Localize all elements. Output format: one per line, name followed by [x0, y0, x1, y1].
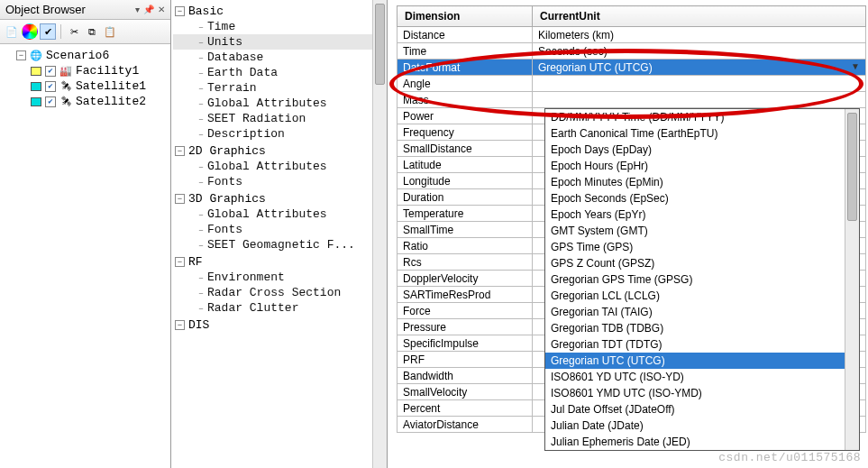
dropdown-option[interactable]: Epoch Minutes (EpMin) [545, 174, 859, 190]
property-item[interactable]: –Database [173, 50, 385, 65]
dropdown-option[interactable]: Gregorian LCL (LCLG) [545, 288, 859, 304]
close-icon[interactable]: ✕ [158, 5, 165, 14]
unit-cell[interactable] [533, 76, 866, 92]
unit-cell[interactable]: Seconds (sec) [533, 43, 866, 60]
checkbox[interactable]: ✔ [45, 66, 56, 77]
dropdown-option[interactable]: Julian Ephemeris Date (JED) [545, 434, 859, 450]
dropdown-option[interactable]: Gregorian GPS Time (GPSG) [545, 271, 859, 288]
dropdown-option[interactable]: Epoch Hours (EpHr) [545, 158, 859, 174]
dropdown-icon[interactable]: ▾ [135, 5, 140, 14]
expander-icon[interactable]: − [175, 320, 185, 330]
unit-cell[interactable]: Kilometers (km) [533, 27, 866, 43]
property-group-label: Basic [188, 5, 224, 18]
column-header-dimension[interactable]: Dimension [397, 6, 533, 27]
property-item[interactable]: –Environment [173, 270, 385, 285]
dropdown-option[interactable]: Epoch Years (EpYr) [545, 206, 859, 223]
dropdown-option[interactable]: GPS Z Count (GPSZ) [545, 255, 859, 271]
property-item[interactable]: –Description [173, 126, 385, 142]
dropdown-option[interactable]: Julian LCL (LCLJ) [545, 450, 859, 451]
unit-cell[interactable] [533, 92, 866, 108]
property-item[interactable]: –Global Attributes [173, 206, 385, 222]
dropdown-option[interactable]: Gregorian TDT (TDTG) [545, 336, 859, 353]
property-item[interactable]: –Terrain [173, 80, 385, 96]
column-header-currentunit[interactable]: CurrentUnit [533, 6, 866, 27]
dropdown-option[interactable]: GPS Time (GPS) [545, 239, 859, 255]
panel-title: Object Browser [5, 3, 86, 16]
property-item[interactable]: –Global Attributes [173, 96, 385, 111]
dimension-cell: DopplerVelocity [397, 271, 533, 287]
dropdown-option[interactable]: Julian Date (JDate) [545, 418, 859, 434]
table-row[interactable]: Angle [397, 76, 866, 92]
pin-icon[interactable]: 📌 [143, 5, 154, 14]
object-tree: − 🌐 Scenario6 ✔ 🏭 Facility1 ✔ 🛰 Satellit… [0, 44, 170, 468]
property-item[interactable]: –Radar Clutter [173, 300, 385, 316]
property-group-label: 3D Graphics [188, 192, 266, 206]
tree-item[interactable]: ✔ 🏭 Facility1 [2, 63, 169, 78]
copy-icon[interactable]: ⧉ [84, 23, 100, 40]
property-group-header[interactable]: −Basic [173, 4, 385, 19]
table-row[interactable]: Mass [397, 92, 866, 108]
tree-item[interactable]: ✔ 🛰 Satellite1 [2, 78, 169, 94]
expander-icon[interactable]: − [175, 6, 185, 16]
property-item[interactable]: –Earth Data [173, 65, 385, 80]
dimension-cell: Time [397, 43, 533, 60]
property-item[interactable]: –Time [173, 19, 385, 34]
cut-icon[interactable]: ✂ [66, 23, 82, 40]
tree-item[interactable]: ✔ 🛰 Satellite2 [2, 94, 169, 109]
scenario-icon: 🌐 [30, 50, 42, 62]
dropdown-option[interactable]: GMT System (GMT) [545, 223, 859, 239]
check-icon[interactable]: ✔ [40, 23, 56, 40]
property-item[interactable]: –Global Attributes [173, 159, 385, 174]
object-icon: 🏭 [59, 65, 72, 78]
color-icon[interactable] [22, 23, 38, 40]
paste-icon[interactable]: 📋 [102, 23, 118, 40]
tree-root-label: Scenario6 [46, 49, 109, 62]
tree-root[interactable]: − 🌐 Scenario6 [2, 48, 169, 63]
dropdown-option[interactable]: ISO8601 YD UTC (ISO-YD) [545, 369, 859, 385]
panel-header: Object Browser ▾ 📌 ✕ [0, 0, 170, 20]
new-icon[interactable]: 📄 [4, 23, 20, 40]
property-item[interactable]: –Fonts [173, 174, 385, 189]
dropdown-option[interactable]: Epoch Days (EpDay) [545, 142, 859, 158]
property-group-header[interactable]: −RF [173, 254, 385, 270]
property-item[interactable]: –Radar Cross Section [173, 285, 385, 300]
checkbox[interactable]: ✔ [45, 81, 56, 92]
unit-cell[interactable]: Gregorian UTC (UTCG)▼ [533, 60, 866, 76]
chevron-down-icon[interactable]: ▼ [851, 61, 860, 71]
dropdown-option[interactable]: DD/MM/YYYY Time (DD/MM/YYYY) [545, 109, 859, 125]
property-item[interactable]: –Units [173, 34, 385, 50]
scrollbar[interactable] [372, 0, 387, 468]
object-icon: 🛰 [59, 80, 72, 93]
dropdown-option[interactable]: Jul Date Offset (JDateOff) [545, 401, 859, 418]
expander-icon[interactable]: − [175, 146, 185, 156]
dimension-cell: Latitude [397, 157, 533, 173]
dropdown-option[interactable]: Epoch Seconds (EpSec) [545, 190, 859, 206]
dropdown-option[interactable]: ISO8601 YMD UTC (ISO-YMD) [545, 385, 859, 401]
property-item[interactable]: –SEET Geomagnetic F... [173, 237, 385, 252]
property-item[interactable]: –SEET Radiation [173, 111, 385, 126]
checkbox[interactable]: ✔ [45, 96, 56, 107]
dropdown-option[interactable]: Gregorian TAI (TAIG) [545, 304, 859, 320]
property-group-header[interactable]: −DIS [173, 317, 385, 333]
dimension-cell: Rcs [397, 254, 533, 271]
table-row[interactable]: TimeSeconds (sec) [397, 43, 866, 60]
dropdown-option[interactable]: Earth Canonical Time (EarthEpTU) [545, 125, 859, 142]
table-row[interactable]: DistanceKilometers (km) [397, 27, 866, 43]
property-item[interactable]: –Fonts [173, 222, 385, 237]
dropdown-option[interactable]: Gregorian TDB (TDBG) [545, 320, 859, 336]
property-group-header[interactable]: −3D Graphics [173, 191, 385, 206]
table-row[interactable]: DateFormatGregorian UTC (UTCG)▼ [397, 60, 866, 76]
expander-icon[interactable]: − [175, 257, 185, 267]
dropdown-option[interactable]: Gregorian UTC (UTCG) [545, 353, 859, 369]
dimension-cell: SARTimeResProd [397, 287, 533, 303]
property-group-label: RF [188, 255, 203, 269]
color-swatch [31, 67, 41, 76]
property-group-header[interactable]: −2D Graphics [173, 143, 385, 159]
expander-icon[interactable]: − [16, 50, 26, 60]
dimension-cell: SmallTime [397, 222, 533, 238]
object-browser-toolbar: 📄 ✔ ✂ ⧉ 📋 [0, 20, 170, 44]
dropdown-scrollbar[interactable] [845, 109, 859, 450]
dimension-cell: Ratio [397, 238, 533, 254]
expander-icon[interactable]: − [175, 194, 185, 204]
dateformat-dropdown[interactable]: DD/MM/YYYY Time (DD/MM/YYYY)Earth Canoni… [544, 108, 860, 451]
